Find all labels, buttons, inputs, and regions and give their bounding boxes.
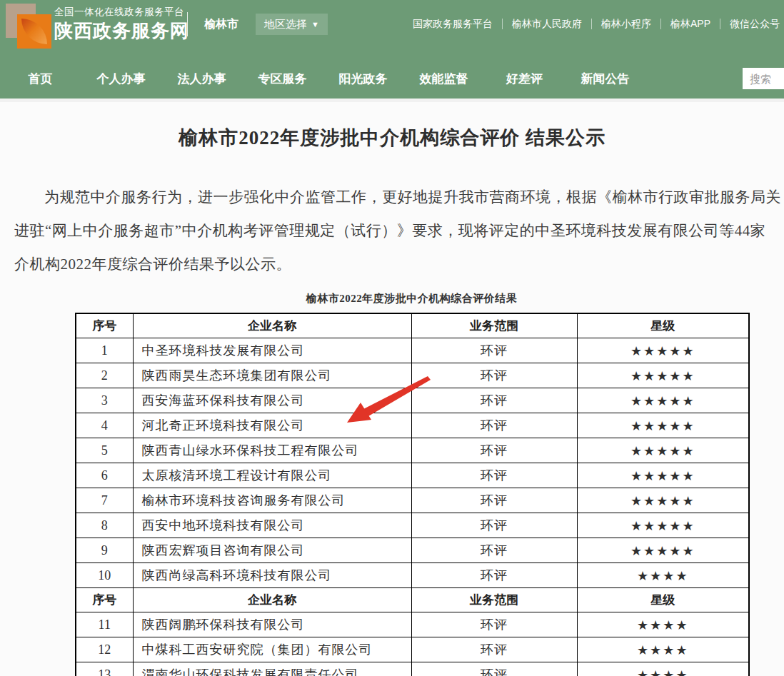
- star-rating: ★★★★: [577, 563, 749, 588]
- table-row: 1中圣环境科技发展有限公司环评★★★★★: [76, 338, 749, 363]
- top-link-5[interactable]: 微信公众号: [720, 19, 784, 29]
- table-row: 6太原核清环境工程设计有限公司环评★★★★★: [76, 463, 749, 488]
- table-row: 12中煤科工西安研究院（集团）有限公司环评★★★★: [76, 637, 749, 662]
- table-row: 5陕西青山绿水环保科技工程有限公司环评★★★★★: [76, 438, 749, 463]
- region-select-button[interactable]: 地区选择 ▼: [256, 14, 328, 35]
- business-scope: 环评: [411, 338, 577, 363]
- announcement-article: 榆林市2022年度涉批中介机构综合评价 结果公示 为规范中介服务行为，进一步强化…: [0, 125, 784, 676]
- company-name: 榆林市环境科技咨询服务有限公司: [133, 488, 411, 513]
- table-row: 8西安中地环境科技有限公司环评★★★★★: [76, 513, 749, 538]
- site-logo[interactable]: [6, 4, 53, 49]
- star-rating: ★★★★★: [577, 463, 749, 488]
- row-number: 1: [76, 338, 133, 363]
- company-name: 西安海蓝环保科技有限公司: [133, 388, 411, 413]
- row-number: 11: [76, 612, 133, 637]
- company-name: 渭南华山环保科技发展有限责任公司: [133, 662, 411, 676]
- business-scope: 环评: [411, 612, 577, 637]
- brand-block: 全国一体化在线政务服务平台 陕西政务服务网: [54, 6, 189, 41]
- star-rating: ★★★★★: [577, 488, 749, 513]
- star-rating: ★★★★★: [577, 538, 749, 563]
- site-name: 陕西政务服务网: [54, 21, 189, 42]
- star-rating: ★★★★: [577, 612, 749, 637]
- paragraph-line-1: 为规范中介服务行为，进一步强化中介监管工作，更好地提升我市营商环境，根据《榆林市…: [14, 181, 784, 214]
- nav-bottom-strip: [0, 99, 784, 102]
- top-link-1[interactable]: 国家政务服务平台: [413, 19, 503, 29]
- top-link-4[interactable]: 榆林APP: [661, 19, 720, 29]
- nav-item-1[interactable]: 首页: [0, 71, 81, 87]
- nav-item-7[interactable]: 好差评: [484, 71, 565, 87]
- header-divider: [187, 12, 188, 36]
- row-number: 6: [76, 463, 133, 488]
- row-number: 5: [76, 438, 133, 463]
- top-link-2[interactable]: 榆林市人民政府: [503, 19, 592, 29]
- column-header: 业务范围: [411, 313, 577, 338]
- row-number: 10: [76, 563, 133, 588]
- column-header: 序号: [76, 588, 133, 612]
- nav-item-3[interactable]: 法人办事: [161, 71, 242, 87]
- table-row: 11陕西阔鹏环保科技有限公司环评★★★★: [76, 612, 749, 637]
- nav-item-4[interactable]: 专区服务: [242, 71, 323, 87]
- company-name: 中煤科工西安研究院（集团）有限公司: [133, 637, 411, 662]
- company-name: 中圣环境科技发展有限公司: [133, 338, 411, 363]
- column-header: 序号: [76, 313, 133, 338]
- paragraph-line-3: 介机构2022年度综合评价结果予以公示。: [14, 248, 784, 281]
- table-header-row: 序号企业名称业务范围星级: [76, 588, 749, 612]
- nav-item-6[interactable]: 效能监督: [403, 71, 484, 87]
- column-header: 企业名称: [133, 588, 411, 612]
- star-rating: ★★★★★: [577, 413, 749, 438]
- star-rating: ★★★★★: [577, 388, 749, 413]
- column-header: 星级: [577, 588, 749, 612]
- business-scope: 环评: [411, 413, 577, 438]
- announcement-paragraph: 为规范中介服务行为，进一步强化中介监管工作，更好地提升我市营商环境，根据《榆林市…: [14, 181, 784, 281]
- company-name: 陕西雨昊生态环境集团有限公司: [133, 363, 411, 388]
- row-number: 2: [76, 363, 133, 388]
- star-rating: ★★★★: [577, 637, 749, 662]
- business-scope: 环评: [411, 388, 577, 413]
- company-name: 西安中地环境科技有限公司: [133, 513, 411, 538]
- business-scope: 环评: [411, 662, 577, 676]
- table-row: 9陕西宏辉项目咨询有限公司环评★★★★★: [76, 538, 749, 563]
- company-name: 河北奇正环境科技有限公司: [133, 413, 411, 438]
- table-row: 2陕西雨昊生态环境集团有限公司环评★★★★★: [76, 363, 749, 388]
- region-select-label: 地区选择: [264, 18, 307, 31]
- evaluation-table: 序号企业名称业务范围星级1中圣环境科技发展有限公司环评★★★★★2陕西雨昊生态环…: [75, 313, 750, 676]
- column-header: 企业名称: [133, 313, 411, 338]
- business-scope: 环评: [411, 488, 577, 513]
- row-number: 7: [76, 488, 133, 513]
- main-nav: 首页个人办事法人办事专区服务阳光政务效能监督好差评新闻公告: [0, 59, 784, 99]
- top-links: 国家政务服务平台榆林市人民政府榆林小程序榆林APP微信公众号注册: [413, 0, 784, 47]
- star-rating: ★★★★★: [577, 363, 749, 388]
- table-caption: 榆林市2022年度涉批中介机构综合评价结果: [75, 292, 748, 306]
- table-row: 3西安海蓝环保科技有限公司环评★★★★★: [76, 388, 749, 413]
- company-name: 太原核清环境工程设计有限公司: [133, 463, 411, 488]
- row-number: 12: [76, 637, 133, 662]
- table-header-row: 序号企业名称业务范围星级: [76, 313, 749, 338]
- column-header: 星级: [577, 313, 749, 338]
- top-link-3[interactable]: 榆林小程序: [592, 19, 661, 29]
- row-number: 13: [76, 662, 133, 676]
- company-name: 陕西宏辉项目咨询有限公司: [133, 538, 411, 563]
- nav-item-5[interactable]: 阳光政务: [323, 71, 403, 87]
- table-row: 13渭南华山环保科技发展有限责任公司环评★★★★: [76, 662, 749, 676]
- business-scope: 环评: [411, 438, 577, 463]
- current-city-label: 榆林市: [204, 17, 238, 32]
- table-row: 7榆林市环境科技咨询服务有限公司环评★★★★★: [76, 488, 749, 513]
- row-number: 9: [76, 538, 133, 563]
- search-input[interactable]: [743, 68, 784, 89]
- star-rating: ★★★★: [577, 662, 749, 676]
- nav-item-2[interactable]: 个人办事: [81, 71, 161, 87]
- company-name: 陕西阔鹏环保科技有限公司: [133, 612, 411, 637]
- row-number: 8: [76, 513, 133, 538]
- table-row: 4河北奇正环境科技有限公司环评★★★★★: [76, 413, 749, 438]
- business-scope: 环评: [411, 563, 577, 588]
- row-number: 4: [76, 413, 133, 438]
- paragraph-line-2: 进驻“网上中介服务超市”中介机构考评管理规定（试行）》要求，现将评定的中圣环境科…: [14, 214, 784, 248]
- business-scope: 环评: [411, 538, 577, 563]
- company-name: 陕西尚绿高科环境科技有限公司: [133, 563, 411, 588]
- chevron-down-icon: ▼: [311, 20, 319, 29]
- nav-item-8[interactable]: 新闻公告: [565, 71, 645, 87]
- business-scope: 环评: [411, 513, 577, 538]
- table-row: 10陕西尚绿高科环境科技有限公司环评★★★★: [76, 563, 749, 588]
- row-number: 3: [76, 388, 133, 413]
- page-title: 榆林市2022年度涉批中介机构综合评价 结果公示: [0, 125, 784, 151]
